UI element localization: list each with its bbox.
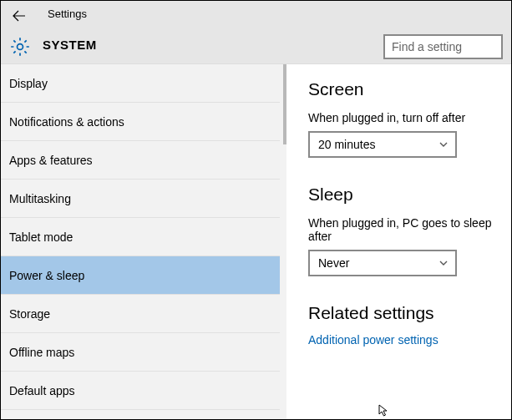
screen-timeout-select[interactable]: 20 minutes [308, 131, 457, 158]
scrollbar-thumb[interactable] [283, 64, 286, 144]
sidebar-item-label: Notifications & actions [9, 115, 124, 129]
sidebar-item-power-sleep[interactable]: Power & sleep [1, 256, 286, 295]
window-title: Settings [48, 8, 87, 20]
sidebar-item-apps[interactable]: Apps & features [1, 141, 286, 180]
sidebar-item-offline-maps[interactable]: Offline maps [1, 333, 286, 372]
sidebar-item-label: Apps & features [9, 154, 93, 167]
sidebar-item-label: Power & sleep [9, 269, 84, 282]
sidebar-item-label: Default apps [9, 384, 75, 397]
chevron-down-icon [438, 139, 449, 149]
sidebar-scrollbar[interactable] [280, 64, 286, 419]
gear-icon [9, 36, 31, 58]
chevron-down-icon [438, 258, 449, 268]
sidebar: Display Notifications & actions Apps & f… [1, 64, 286, 419]
sleep-plugged-label: When plugged in, PC goes to sleep after [308, 216, 494, 243]
sidebar-item-label: Offline maps [9, 346, 74, 359]
sidebar-item-label: Tablet mode [9, 230, 73, 244]
sidebar-item-display[interactable]: Display [1, 64, 286, 103]
header-bar: Settings SYSTEM [1, 1, 511, 64]
sidebar-item-label: Storage [9, 307, 50, 321]
select-value: Never [318, 256, 349, 270]
sleep-heading: Sleep [308, 185, 494, 205]
screen-plugged-label: When plugged in, turn off after [308, 111, 494, 124]
additional-power-settings-link[interactable]: Additional power settings [308, 333, 494, 347]
screen-heading: Screen [308, 79, 494, 99]
sidebar-item-notifications[interactable]: Notifications & actions [1, 103, 286, 141]
main-area: Display Notifications & actions Apps & f… [1, 64, 511, 419]
sidebar-item-default-apps[interactable]: Default apps [1, 372, 286, 410]
search-container [383, 34, 503, 59]
svg-point-0 [18, 44, 23, 50]
sidebar-item-label: Display [9, 77, 48, 90]
sidebar-item-tablet[interactable]: Tablet mode [1, 218, 286, 256]
select-value: 20 minutes [318, 138, 375, 151]
back-arrow-icon [13, 9, 26, 23]
search-input[interactable] [383, 34, 503, 59]
sidebar-item-label: Multitasking [9, 192, 71, 205]
sleep-timeout-select[interactable]: Never [308, 250, 457, 276]
back-button[interactable] [9, 6, 29, 26]
section-title: SYSTEM [43, 38, 97, 52]
content-pane: Screen When plugged in, turn off after 2… [286, 64, 511, 419]
related-heading: Related settings [308, 303, 494, 323]
sidebar-item-multitasking[interactable]: Multitasking [1, 180, 286, 218]
sidebar-item-storage[interactable]: Storage [1, 295, 286, 333]
